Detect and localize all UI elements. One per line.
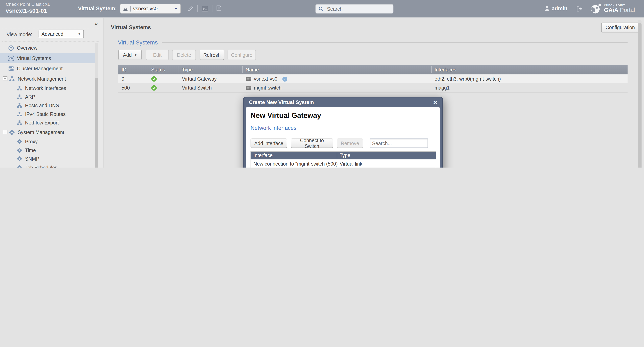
page-title: Virtual Systems: [111, 24, 151, 30]
network-interfaces-section-header: Network interfaces: [250, 125, 436, 131]
add-interface-button[interactable]: Add interface: [250, 139, 287, 148]
view-mode-label: View mode:: [6, 32, 32, 37]
configure-button[interactable]: Configure: [228, 50, 256, 60]
delete-button[interactable]: Delete: [172, 50, 196, 60]
sidebar-item-ipv4-static-routes[interactable]: IPv4 Static Routes: [0, 110, 98, 118]
chevron-down-icon: ▼: [78, 32, 81, 36]
sidebar-item-job-scheduler[interactable]: Job Scheduler: [0, 163, 98, 168]
edit-icon[interactable]: [188, 6, 194, 12]
column-interface[interactable]: Interface: [253, 151, 272, 159]
virtual-system-select[interactable]: vsnext-vs0 ▼: [120, 4, 180, 14]
gear-icon: [9, 129, 15, 135]
column-divider: [148, 66, 148, 73]
global-search: [316, 4, 394, 14]
table-row-vs0[interactable]: 0 Virtual Gateway vsnext-vs0 eth2, eth3,…: [118, 75, 628, 84]
gear-icon: [17, 148, 22, 153]
overview-icon: [8, 45, 14, 51]
column-type[interactable]: Type: [182, 65, 193, 75]
brand-block: Check Point ElasticXL vsnext1-s01-01: [6, 2, 50, 14]
network-icon: [17, 86, 22, 91]
switch-icon: [246, 86, 251, 90]
sidebar-item-snmp[interactable]: SNMP: [0, 154, 98, 163]
info-icon[interactable]: [282, 76, 288, 82]
sidebar-scrollbar[interactable]: [95, 43, 98, 168]
sidebar-item-cluster-management[interactable]: Cluster Management: [0, 63, 98, 74]
column-divider: [431, 66, 432, 73]
sidebar-item-system-management[interactable]: System Management: [0, 127, 98, 137]
dialog-title-bar[interactable]: Create New Virtual System ✕: [244, 98, 442, 107]
status-ok-icon: [151, 75, 157, 84]
network-icon: [17, 111, 22, 117]
sidebar-item-network-interfaces[interactable]: Network Interfaces: [0, 84, 98, 92]
dialog-heading: New Virtual Gateway: [250, 111, 321, 120]
interface-search-input[interactable]: [370, 139, 428, 148]
add-button[interactable]: Add▼: [118, 50, 142, 60]
document-icon[interactable]: [216, 5, 222, 11]
close-icon[interactable]: ✕: [433, 99, 438, 105]
virtual-system-label: Virtual System:: [78, 5, 117, 12]
sidebar-scrollbar-thumb[interactable]: [95, 78, 98, 168]
main-scrollbar-thumb[interactable]: [638, 23, 642, 168]
column-type[interactable]: Type: [340, 151, 350, 159]
sidebar-item-virtual-systems[interactable]: Virtual Systems: [0, 53, 98, 63]
sidebar-item-netflow-export[interactable]: NetFlow Export: [0, 118, 98, 127]
sidebar-item-network-management[interactable]: Network Management: [0, 74, 98, 84]
gateway-icon: [246, 77, 251, 81]
logout-icon[interactable]: [576, 6, 583, 11]
dialog-window-title: Create New Virtual System: [249, 100, 433, 105]
collapse-minus-icon[interactable]: [3, 76, 7, 81]
sidebar-collapse-icon[interactable]: «: [95, 21, 98, 27]
sidebar-item-hosts-and-dns[interactable]: Hosts and DNS: [0, 101, 98, 110]
search-input[interactable]: [326, 6, 390, 12]
edit-button[interactable]: Edit: [146, 50, 169, 60]
cell-interface: New connection to "mgmt-switch (500)": [253, 159, 339, 168]
refresh-button[interactable]: Refresh: [200, 50, 224, 60]
column-name[interactable]: Name: [246, 65, 259, 75]
select-divider: [130, 6, 130, 12]
cell-type: Virtual link: [340, 159, 362, 168]
hostname: vsnext1-s01-01: [6, 7, 50, 14]
toolbar-divider: [572, 5, 572, 12]
column-status[interactable]: Status: [151, 65, 165, 75]
status-ok-icon: [151, 83, 157, 93]
gaia-portal-window: Check Point ElasticXL vsnext1-s01-01 Vir…: [0, 0, 644, 168]
virtual-systems-section-header: Virtual Systems: [118, 39, 628, 46]
column-divider: [242, 66, 243, 73]
sidebar-item-proxy[interactable]: Proxy: [0, 137, 98, 146]
table-row-vs500[interactable]: 500 Virtual Switch mgmt-switch magg1: [118, 83, 628, 93]
cell-name: mgmt-switch: [246, 83, 282, 93]
user-icon: [545, 6, 550, 11]
sidebar-item-arp[interactable]: ARP: [0, 93, 98, 101]
dialog-table-row-new-connection[interactable]: New connection to "mgmt-switch (500)" Vi…: [250, 159, 436, 168]
console-icon[interactable]: [202, 6, 208, 12]
cell-id: 0: [122, 75, 124, 84]
dialog-body: New Virtual Gateway Network interfaces A…: [246, 107, 440, 168]
network-icon: [17, 120, 22, 125]
logo-gaia-portal-text: GAiA Portal: [604, 7, 635, 13]
view-mode-select[interactable]: Advanced ▼: [39, 30, 84, 38]
chevron-down-icon: ▼: [174, 7, 178, 11]
divider: [2, 41, 100, 42]
cell-id: 500: [122, 83, 130, 93]
sidebar: « View mode: Advanced ▼ Overview Virtual…: [0, 18, 104, 168]
virtual-systems-table-header: ID Status Type Name Interfaces: [118, 65, 628, 75]
top-bar: Check Point ElasticXL vsnext1-s01-01 Vir…: [0, 0, 644, 18]
cell-name: vsnext-vs0: [246, 75, 288, 84]
gear-icon: [17, 139, 22, 144]
network-icon: [17, 103, 22, 108]
brand-logo-text: CHECK POINT GAiA Portal: [604, 4, 635, 13]
column-interfaces[interactable]: Interfaces: [434, 65, 456, 75]
sidebar-item-overview[interactable]: Overview: [0, 43, 98, 53]
virtual-systems-icon: [8, 55, 14, 61]
connect-to-switch-button[interactable]: Connect to Switch: [291, 139, 333, 148]
network-icon: [9, 76, 15, 82]
main-scrollbar[interactable]: [638, 20, 642, 168]
sidebar-item-time[interactable]: Time: [0, 146, 98, 154]
collapse-minus-icon[interactable]: [3, 130, 7, 134]
remove-button[interactable]: Remove: [337, 139, 363, 148]
cell-interfaces: magg1: [434, 83, 450, 93]
column-id[interactable]: ID: [122, 65, 126, 75]
divider: [162, 42, 628, 43]
virtual-system-value: vsnext-vs0: [133, 6, 174, 12]
configuration-button[interactable]: Configuration: [601, 23, 639, 33]
